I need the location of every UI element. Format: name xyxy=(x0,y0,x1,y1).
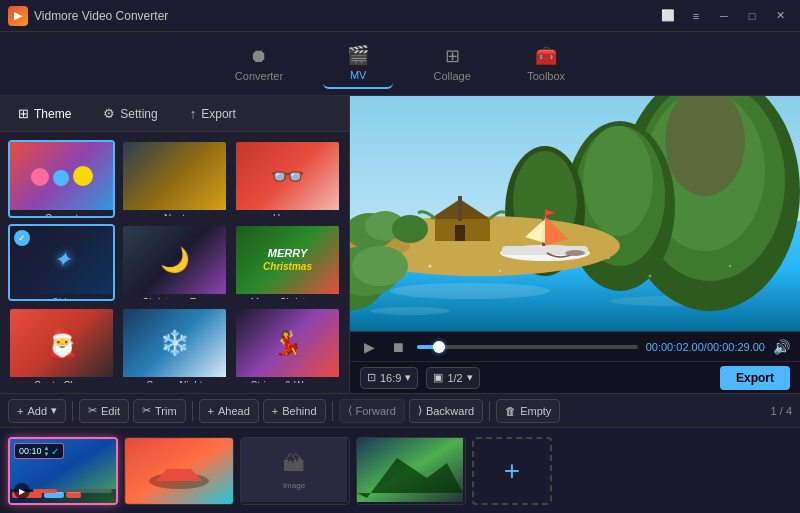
separator-3 xyxy=(332,401,333,421)
svg-rect-22 xyxy=(458,196,462,221)
empty-button[interactable]: 🗑 Empty xyxy=(496,399,560,423)
svg-point-11 xyxy=(583,126,653,236)
play-button[interactable]: ▶ xyxy=(360,337,379,357)
stop-button[interactable]: ⏹ xyxy=(387,337,409,357)
theme-merry-christmas-label: Merry Christmas xyxy=(236,294,339,302)
clip-item-1[interactable]: 00:10 ▲ ▼ ✓ ▶ xyxy=(8,437,118,505)
svg-point-30 xyxy=(565,250,585,256)
ahead-label: Ahead xyxy=(218,405,250,417)
edit-label: Edit xyxy=(101,405,120,417)
svg-rect-23 xyxy=(455,225,465,241)
menu-button[interactable]: ≡ xyxy=(684,6,708,26)
timeline-section: + Add ▾ ✂ Edit ✂ Trim + Ahead + Behind ⟨… xyxy=(0,393,800,513)
theme-grid: Current Neat 👓 Happy ✓ ✦ Chic xyxy=(0,132,349,393)
tab-export-label: Export xyxy=(201,107,236,121)
svg-point-37 xyxy=(729,265,731,267)
clip-item-4[interactable] xyxy=(356,437,466,505)
theme-item-current[interactable]: Current xyxy=(8,140,115,218)
nav-collage-label: Collage xyxy=(433,70,470,82)
theme-tab-icon: ⊞ xyxy=(18,106,29,121)
trim-button[interactable]: ✂ Trim xyxy=(133,399,186,423)
page-dropdown-icon: ▾ xyxy=(467,371,473,384)
theme-happy-label: Happy xyxy=(236,210,339,218)
behind-label: Behind xyxy=(282,405,316,417)
separator-2 xyxy=(192,401,193,421)
add-clip-button[interactable]: + xyxy=(472,437,552,505)
aspect-ratio-value: 16:9 xyxy=(380,372,401,384)
tab-bar: ⊞ Theme ⚙ Setting ↑ Export xyxy=(0,96,349,132)
bottom-controls: ⊡ 16:9 ▾ ▣ 1/2 ▾ Export xyxy=(350,361,800,393)
theme-item-merry-christmas[interactable]: MERRY Christmas Merry Christmas xyxy=(234,224,341,302)
page-select[interactable]: ▣ 1/2 ▾ xyxy=(426,367,479,389)
theme-item-neat[interactable]: Neat xyxy=(121,140,228,218)
edit-icon: ✂ xyxy=(88,404,97,417)
forward-button[interactable]: ⟨ Forward xyxy=(339,399,405,423)
add-icon: + xyxy=(17,405,23,417)
nav-converter[interactable]: ⏺ Converter xyxy=(219,40,299,88)
volume-icon[interactable]: 🔊 xyxy=(773,339,790,355)
theme-item-happy[interactable]: 👓 Happy xyxy=(234,140,341,218)
title-bar-left: ▶ Vidmore Video Converter xyxy=(8,6,168,26)
clip-thumb-3: 🏔 Image xyxy=(241,438,347,502)
theme-item-santa[interactable]: 🎅 Santa Claus xyxy=(8,307,115,385)
right-panel: ▶ ⏹ 00:00:02.00/00:00:29.00 🔊 ⊡ 16:9 ▾ ▣… xyxy=(350,96,800,393)
setting-tab-icon: ⚙ xyxy=(103,106,115,121)
video-preview xyxy=(350,96,800,331)
ahead-button[interactable]: + Ahead xyxy=(199,399,259,423)
behind-button[interactable]: + Behind xyxy=(263,399,326,423)
trash-icon: 🗑 xyxy=(505,405,516,417)
nav-toolbox-label: Toolbox xyxy=(527,70,565,82)
timeline-page-count: 1 / 4 xyxy=(771,405,792,417)
backward-icon: ⟩ xyxy=(418,404,422,417)
nav-mv[interactable]: 🎬 MV xyxy=(323,38,393,89)
export-button[interactable]: Export xyxy=(720,366,790,390)
tab-setting[interactable]: ⚙ Setting xyxy=(95,102,165,125)
tab-theme[interactable]: ⊞ Theme xyxy=(10,102,79,125)
page-value: 1/2 xyxy=(447,372,462,384)
timeline-clips: 00:10 ▲ ▼ ✓ ▶ xyxy=(0,428,800,513)
edit-button[interactable]: ✂ Edit xyxy=(79,399,129,423)
clip-item-3[interactable]: 🏔 Image xyxy=(240,437,350,505)
close-button[interactable]: ✕ xyxy=(768,6,792,26)
theme-stripes-label: Stripes & Waves xyxy=(236,377,339,385)
theme-item-stripes[interactable]: 💃 Stripes & Waves xyxy=(234,307,341,385)
progress-bar[interactable] xyxy=(417,345,638,349)
theme-current-label: Current xyxy=(10,210,113,218)
svg-point-19 xyxy=(392,215,428,243)
theme-chic-label: Chic xyxy=(10,294,113,302)
clip-play-button-1[interactable]: ▶ xyxy=(14,483,30,499)
nav-collage[interactable]: ⊞ Collage xyxy=(417,39,487,88)
svg-point-35 xyxy=(499,270,501,272)
nav-converter-label: Converter xyxy=(235,70,283,82)
clip-item-2[interactable] xyxy=(124,437,234,505)
maximize-button[interactable]: □ xyxy=(740,6,764,26)
tab-theme-label: Theme xyxy=(34,107,71,121)
progress-handle[interactable] xyxy=(433,341,445,353)
theme-item-christmas-eve[interactable]: 🌙 Christmas Eve xyxy=(121,224,228,302)
svg-point-33 xyxy=(352,246,408,286)
separator-4 xyxy=(489,401,490,421)
clip-timeline-1[interactable] xyxy=(33,489,112,493)
clip-thumb-4 xyxy=(357,438,463,502)
aspect-icon: ⊡ xyxy=(367,371,376,384)
backward-button[interactable]: ⟩ Backward xyxy=(409,399,483,423)
window-controls: ⬜ ≡ ─ □ ✕ xyxy=(656,6,792,26)
time-spinner-1[interactable]: ▲ ▼ xyxy=(44,445,50,457)
theme-item-snowy[interactable]: ❄️ Snowy Night xyxy=(121,307,228,385)
chat-button[interactable]: ⬜ xyxy=(656,6,680,26)
aspect-ratio-select[interactable]: ⊡ 16:9 ▾ xyxy=(360,367,418,389)
theme-christmas-eve-label: Christmas Eve xyxy=(123,294,226,302)
clip-time-value-1: 00:10 xyxy=(19,446,42,456)
add-dropdown-icon: ▾ xyxy=(51,404,57,417)
trim-label: Trim xyxy=(155,405,177,417)
ahead-icon: + xyxy=(208,405,214,417)
theme-item-chic[interactable]: ✓ ✦ Chic xyxy=(8,224,115,302)
behind-icon: + xyxy=(272,405,278,417)
chic-check-icon: ✓ xyxy=(14,230,30,246)
forward-label: Forward xyxy=(356,405,396,417)
svg-point-4 xyxy=(370,307,450,315)
minimize-button[interactable]: ─ xyxy=(712,6,736,26)
nav-toolbox[interactable]: 🧰 Toolbox xyxy=(511,39,581,88)
add-button[interactable]: + Add ▾ xyxy=(8,399,66,423)
tab-export[interactable]: ↑ Export xyxy=(182,102,244,125)
